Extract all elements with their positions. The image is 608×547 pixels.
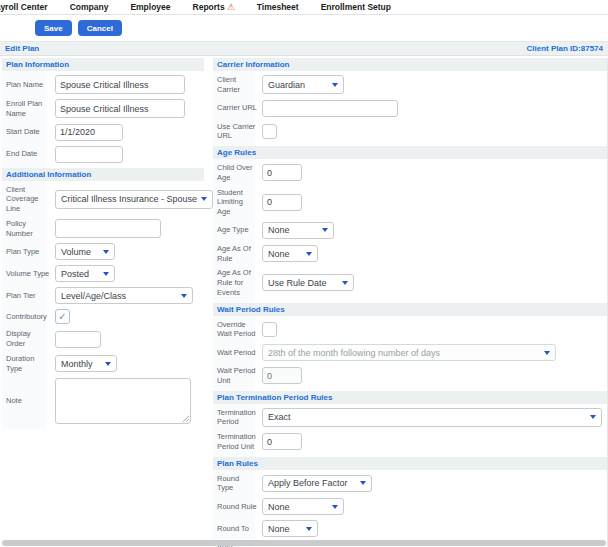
- save-button[interactable]: Save: [35, 20, 72, 36]
- chevron-down-icon: [342, 281, 348, 285]
- plan-name-label: Plan Name: [6, 80, 55, 90]
- enroll-plan-name-label: Enroll Plan Name: [6, 99, 55, 119]
- section-plan-termination-period-rules: Plan Termination Period Rules: [213, 391, 607, 404]
- note-textarea[interactable]: [55, 378, 191, 424]
- age-type-label: Age Type: [217, 225, 262, 235]
- top-nav: Payroll Center Company Employee Reports⚠…: [0, 0, 608, 15]
- age-as-of-rule-row: Age As Of Rule None: [217, 244, 607, 264]
- round-rule-select[interactable]: None: [262, 498, 344, 515]
- child-over-age-label: Child Over Age: [217, 163, 262, 183]
- form-area: Plan Information Plan Name Spouse Critic…: [0, 56, 608, 547]
- carrier-url-row: Carrier URL: [217, 100, 607, 117]
- wait-period-unit-input[interactable]: 0: [262, 367, 302, 384]
- plan-name-input[interactable]: Spouse Critical Illness: [55, 75, 185, 94]
- plan-tier-select[interactable]: Level/Age/Class: [55, 287, 193, 304]
- termination-period-unit-input[interactable]: 0: [262, 433, 302, 450]
- nav-reports[interactable]: Reports⚠: [193, 2, 235, 12]
- override-wait-period-checkbox[interactable]: [262, 322, 277, 337]
- start-date-input[interactable]: 1/1/2020: [55, 124, 123, 141]
- plan-tier-value: Level/Age/Class: [61, 291, 126, 301]
- display-order-input[interactable]: [55, 331, 101, 348]
- contributory-checkbox[interactable]: ✓: [55, 309, 70, 324]
- client-carrier-label: Client Carrier: [217, 75, 262, 95]
- nav-reports-label: Reports: [193, 2, 225, 12]
- chevron-down-icon: [322, 228, 328, 232]
- age-as-of-rule-for-events-row: Age As Of Rule for Events Use Rule Date: [217, 268, 607, 297]
- client-carrier-row: Client Carrier Guardian: [217, 75, 607, 95]
- client-coverage-line-select[interactable]: Critical Illness Insurance - Spouse: [55, 190, 213, 209]
- volume-type-label: Volume Type: [6, 269, 55, 279]
- nav-enrollment-setup[interactable]: Enrollment Setup: [321, 2, 391, 12]
- note-label: Note: [6, 396, 55, 406]
- enroll-plan-name-input[interactable]: Spouse Critical Illness: [55, 99, 185, 118]
- round-rule-row: Round Rule None: [217, 498, 607, 515]
- resize-grip-icon[interactable]: [182, 415, 189, 422]
- nav-company[interactable]: Company: [70, 2, 109, 12]
- nav-employee[interactable]: Employee: [130, 2, 170, 12]
- duration-type-select[interactable]: Monthly: [55, 355, 117, 372]
- section-additional-information: Additional Information: [2, 168, 204, 181]
- client-carrier-select[interactable]: Guardian: [262, 75, 344, 94]
- contributory-row: Contributory ✓: [6, 309, 204, 324]
- age-as-of-rule-for-events-select[interactable]: Use Rule Date: [262, 274, 354, 291]
- client-coverage-line-value: Critical Illness Insurance - Spouse: [61, 194, 197, 204]
- round-to-select[interactable]: None: [262, 520, 318, 537]
- wait-period-unit-row: Wait Period Unit 0: [217, 366, 607, 386]
- horizontal-scrollbar[interactable]: [2, 540, 606, 546]
- chevron-down-icon: [360, 481, 366, 485]
- chevron-down-icon: [590, 415, 596, 419]
- carrier-url-label: Carrier URL: [217, 103, 262, 113]
- wait-period-unit-label: Wait Period Unit: [217, 366, 262, 386]
- age-type-row: Age Type None: [217, 222, 607, 239]
- age-as-of-rule-for-events-label: Age As Of Rule for Events: [217, 268, 262, 297]
- termination-period-select[interactable]: Exact: [262, 408, 602, 427]
- volume-type-row: Volume Type Posted: [6, 265, 204, 282]
- carrier-url-input[interactable]: [262, 100, 398, 117]
- termination-period-label: Termination Period: [217, 408, 262, 428]
- wait-period-row: Wait Period 28th of the month following …: [217, 344, 607, 361]
- chevron-down-icon: [306, 527, 312, 531]
- duration-type-value: Monthly: [61, 359, 93, 369]
- note-row: Note: [6, 378, 204, 424]
- age-as-of-rule-select[interactable]: None: [262, 245, 318, 262]
- wait-period-label: Wait Period: [217, 348, 262, 358]
- override-wait-period-label: Override Wait Period: [217, 320, 262, 340]
- use-carrier-url-label: Use Carrier URL: [217, 122, 262, 142]
- start-date-row: Start Date 1/1/2020: [6, 124, 204, 141]
- round-type-select[interactable]: Apply Before Factor: [262, 475, 372, 492]
- plan-tier-row: Plan Tier Level/Age/Class: [6, 287, 204, 304]
- wait-period-select[interactable]: 28th of the month following number of da…: [262, 344, 556, 361]
- termination-period-unit-row: Termination Period Unit 0: [217, 432, 607, 452]
- nav-timesheet[interactable]: Timesheet: [257, 2, 299, 12]
- chevron-down-icon: [181, 294, 187, 298]
- client-plan-id: Client Plan ID:87574: [527, 44, 603, 53]
- cancel-button[interactable]: Cancel: [78, 20, 122, 36]
- override-wait-period-row: Override Wait Period: [217, 320, 607, 340]
- use-carrier-url-checkbox[interactable]: [262, 124, 277, 139]
- age-type-value: None: [268, 225, 290, 235]
- duration-type-row: Duration Type Monthly: [6, 354, 204, 374]
- use-carrier-url-row: Use Carrier URL: [217, 122, 607, 142]
- end-date-input[interactable]: [55, 146, 123, 163]
- chevron-down-icon: [103, 250, 109, 254]
- round-to-value: None: [268, 524, 290, 534]
- child-over-age-input[interactable]: 0: [262, 164, 302, 181]
- chevron-down-icon: [332, 83, 338, 87]
- chevron-down-icon: [105, 362, 111, 366]
- volume-type-select[interactable]: Posted: [55, 265, 115, 282]
- nav-payroll-center[interactable]: Payroll Center: [0, 2, 48, 12]
- contributory-label: Contributory: [6, 312, 55, 322]
- enroll-plan-name-row: Enroll Plan Name Spouse Critical Illness: [6, 99, 204, 119]
- plan-type-value: Volume: [61, 247, 91, 257]
- student-limiting-age-row: Student Limiting Age 0: [217, 188, 607, 217]
- round-to-row: Round To None: [217, 520, 607, 537]
- age-type-select[interactable]: None: [262, 222, 334, 239]
- section-wait-period-rules: Wait Period Rules: [213, 303, 607, 316]
- plan-type-select[interactable]: Volume: [55, 243, 115, 260]
- policy-number-input[interactable]: [55, 219, 161, 238]
- client-coverage-line-row: Client Coverage Line Critical Illness In…: [6, 185, 204, 214]
- end-date-label: End Date: [6, 149, 55, 159]
- student-limiting-age-input[interactable]: 0: [262, 194, 302, 211]
- round-type-value: Apply Before Factor: [268, 478, 348, 488]
- section-plan-rules: Plan Rules: [213, 457, 607, 470]
